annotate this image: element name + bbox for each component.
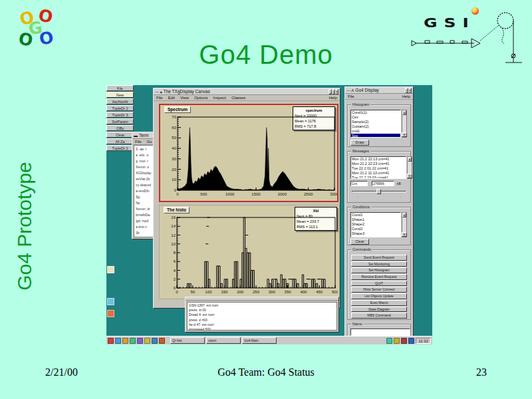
refresh-slider[interactable]: .. .. <box>352 189 406 197</box>
canvas-menu-help[interactable]: Help <box>329 96 337 100</box>
command-button[interactable]: Set Monitoring <box>351 261 407 267</box>
message-list-item[interactable]: Mon 21.2 22:13 cnt=41 <box>351 157 406 162</box>
object-list-item[interactable]: Cev <box>351 115 400 120</box>
command-button[interactable]: List Objects Update <box>351 293 407 299</box>
launcher-button[interactable]: Clear <box>106 132 134 138</box>
draw-button[interactable]: Draw <box>350 140 369 146</box>
objects-listbox[interactable]: Cond1(1)CevSample(2)Cutsam(2)cnd1Spc <box>350 110 401 138</box>
conditions-listbox[interactable]: Cond1Shape1Shape2Cond2Shape3Shape4 <box>350 212 401 237</box>
conditions-scrollbar[interactable]: ▲ ▼ <box>402 212 407 237</box>
condition-list-item[interactable]: Shape3 <box>351 231 400 236</box>
desktop-icon[interactable] <box>107 298 114 305</box>
spectrum-plot[interactable]: 050010001500200025003000010203040506070 <box>160 114 337 201</box>
taskbar-app-icon[interactable] <box>108 338 114 344</box>
window-menu-icon[interactable]: — A <box>346 88 354 92</box>
taskbar-app-icon[interactable] <box>152 338 158 344</box>
taskbar-task-button[interactable]: xterm <box>206 337 241 344</box>
taskbar[interactable]: Qt histxtermGo4 Main 11:32 <box>106 336 432 344</box>
condition-list-item[interactable]: Shape1 <box>351 217 400 222</box>
message-list-item[interactable]: Tue 22.2 01:22 cnt=41 <box>351 166 406 171</box>
command-button[interactable]: Remove Event Request <box>351 274 407 280</box>
taskbar-task-button[interactable]: Qt hist <box>170 337 205 344</box>
desktop-icon[interactable] <box>107 310 114 317</box>
condition-list-item[interactable]: Cond1 <box>351 213 400 217</box>
scroll-down-icon[interactable]: ▼ <box>402 132 407 137</box>
scroll-up-icon[interactable]: ▲ <box>408 157 412 162</box>
condition-list-item[interactable]: Shape4 <box>351 236 400 237</box>
taskbar-app-icon[interactable] <box>115 338 121 344</box>
taskbar-app-icon[interactable] <box>130 338 136 344</box>
console-titlebar[interactable] <box>186 297 338 301</box>
canvas-menu-item[interactable]: Classes <box>231 96 245 100</box>
histo-plot[interactable]: 0501001502002503003504004505000246810121… <box>160 214 338 299</box>
taskbar-app-icon[interactable] <box>122 338 128 344</box>
scroll-down-icon[interactable]: ▼ <box>402 232 407 237</box>
command-button[interactable]: Set Histogram <box>351 267 407 273</box>
histo-pad[interactable]: The histo XblNent = 80Mean = 233.7RMS = … <box>159 205 340 299</box>
canvas-menu-item[interactable]: View <box>180 96 189 100</box>
terminal-menu-item[interactable]: File <box>135 140 142 144</box>
command-button[interactable]: MBS Command <box>351 313 407 319</box>
canvas-menu-item[interactable]: Edit <box>168 96 175 100</box>
messages-listbox[interactable]: Mon 21.2 22:13 cnt=41Mon 21.2 22:23 cnt=… <box>350 156 406 179</box>
launcher-button[interactable]: ClBy <box>106 125 134 131</box>
window-menu-icon[interactable]: — ▴ <box>155 89 162 94</box>
launcher-button[interactable]: AscNotAlt <box>106 98 134 104</box>
object-list-item[interactable]: Cutsam(2) <box>351 124 400 129</box>
launcher-button[interactable]: TupleDr 2 <box>106 145 134 151</box>
message-list-item[interactable]: Mon 21.2 22:23 cnt=41 <box>351 162 406 166</box>
command-button[interactable]: Histo Server Connect <box>351 287 407 293</box>
window-control-icon[interactable]: × <box>408 88 412 93</box>
launcher-button[interactable]: TupleDr 3 <box>106 112 134 118</box>
tray-icon[interactable] <box>408 338 414 344</box>
canvas-menu-item[interactable]: File <box>156 96 163 100</box>
message-list-item[interactable]: Mon 21.2 11:13 cnt=41 <box>351 171 406 176</box>
canvas-titlebar[interactable]: — ▴ The TXgDisplay Canvas _□× <box>154 88 340 95</box>
size-field[interactable]: 276566 <box>372 181 394 186</box>
terminal-menu-item[interactable]: Go <box>147 140 152 144</box>
taskbar-app-icon[interactable] <box>137 338 143 344</box>
launcher-button[interactable]: SetParam <box>106 118 134 124</box>
spectrum-pad-title[interactable]: Spectrum <box>164 106 191 113</box>
object-list-item[interactable]: Sample(2) <box>351 120 400 124</box>
canvas-menu-item[interactable]: Options <box>194 96 208 100</box>
panel-menu-file[interactable]: File <box>348 94 354 98</box>
object-list-item[interactable]: Cond1(1) <box>351 110 400 115</box>
launcher-button[interactable]: New <box>106 92 134 98</box>
count-field[interactable]: Cnt <box>350 181 368 186</box>
slider-handle[interactable] <box>376 189 381 194</box>
objects-scrollbar[interactable]: ▲ ▼ <box>402 110 407 138</box>
console-window[interactable]: GSN-1397: evt numpress: st 00Dread 4: ev… <box>185 297 339 332</box>
command-button[interactable]: Exec Macro <box>351 300 407 306</box>
tray-icon[interactable] <box>394 338 400 344</box>
object-list-item[interactable]: Spc <box>351 134 400 138</box>
taskbar-app-icon[interactable] <box>159 338 165 344</box>
canvas-menu-item[interactable]: Inspect <box>213 96 226 100</box>
go4-control-panel[interactable]: — A Go4 Display □× File Help Histogram C… <box>344 86 414 338</box>
histo-pad-title[interactable]: The histo <box>164 207 190 213</box>
desktop-icon[interactable] <box>107 266 114 273</box>
scroll-down-icon[interactable]: ▼ <box>407 174 412 178</box>
condition-list-item[interactable]: Cond2 <box>351 227 400 231</box>
taskbar-app-icon[interactable] <box>144 338 150 344</box>
spectrum-pad[interactable]: Spectrum spectrumNent = 10000Mean = 1176… <box>159 104 338 202</box>
panel-titlebar[interactable]: — A Go4 Display □× <box>345 87 413 94</box>
condition-list-item[interactable]: Shape2 <box>351 222 400 227</box>
tray-icon[interactable] <box>386 338 392 344</box>
command-button[interactable]: Send Event Request <box>351 255 407 261</box>
scroll-up-icon[interactable]: ▲ <box>402 110 406 115</box>
scroll-up-icon[interactable]: ▲ <box>402 213 406 217</box>
command-button[interactable]: QUIT <box>351 281 407 287</box>
window-control-icon[interactable]: × <box>335 89 338 94</box>
taskbar-task-button[interactable]: Go4 Main <box>242 337 277 344</box>
clear-button[interactable]: Clear <box>350 239 369 245</box>
launcher-button[interactable]: TupleDr 2 <box>106 105 134 111</box>
name-input[interactable] <box>350 329 410 336</box>
console-body[interactable]: GSN-1397: evt numpress: st 00Dread 4: ev… <box>187 302 337 331</box>
canvas-window[interactable]: — ▴ The TXgDisplay Canvas _□× FileEditVi… <box>153 88 340 309</box>
launcher-button[interactable]: All Za <box>106 138 134 144</box>
panel-menu-help[interactable]: Help <box>402 94 410 98</box>
object-list-item[interactable]: cnd1 <box>351 129 400 134</box>
tray-icon[interactable] <box>401 338 407 344</box>
message-list-item[interactable]: Tue 22.2 23:03 cnt=41 <box>351 176 406 179</box>
